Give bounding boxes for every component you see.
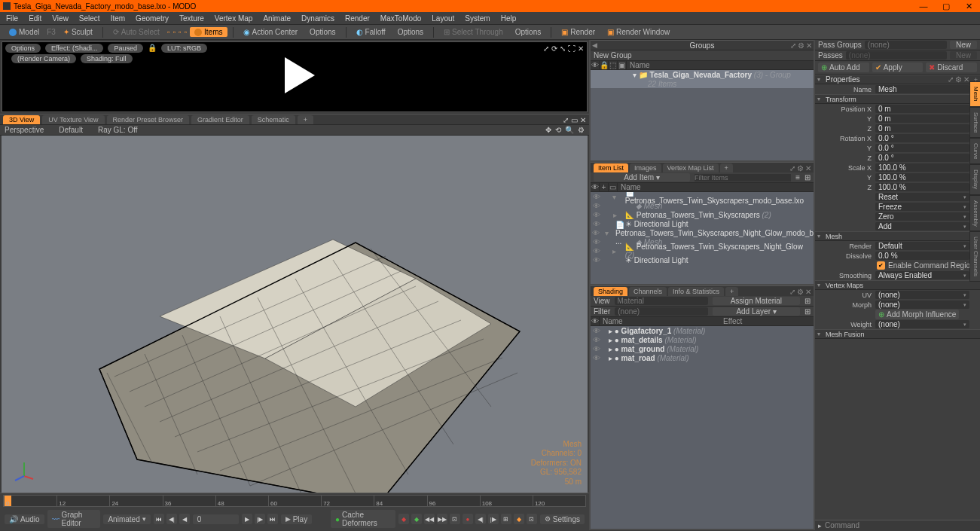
il-color-col-icon[interactable]: ▭ xyxy=(609,183,618,191)
shading-filter-dd[interactable]: (none) xyxy=(615,307,708,316)
side-tab-display[interactable]: Display xyxy=(969,164,980,194)
properties-section[interactable]: Properties ⤢⚙✕ xyxy=(815,75,980,84)
vp-rotate-icon[interactable]: ⟲ xyxy=(555,126,561,134)
transform-section[interactable]: Transform xyxy=(815,94,980,104)
tool-options-3[interactable]: Options xyxy=(511,27,545,37)
tool-options-1[interactable]: Options xyxy=(305,27,340,37)
passes-dd[interactable]: (none) xyxy=(846,51,947,60)
component-edges-icon[interactable]: ▫ xyxy=(172,28,176,36)
tl-last-icon[interactable]: ⏭ xyxy=(267,514,278,524)
tab-schematic[interactable]: Schematic xyxy=(252,115,295,124)
groups-list[interactable]: ▾ 📁 Tesla_Giga_Nevada_Factory (3) - Grou… xyxy=(591,70,814,160)
name-field[interactable]: Mesh xyxy=(875,85,969,93)
tl-graph[interactable]: 〰Graph Editor xyxy=(47,510,101,528)
il-add-col-icon[interactable]: + xyxy=(600,183,609,191)
tool-render-window[interactable]: ▣Render Window xyxy=(603,27,674,37)
tab-add-itemlist[interactable]: + xyxy=(720,163,733,172)
vmaps-section[interactable]: Vertex Maps xyxy=(815,280,980,290)
item-list[interactable]: 👁▾📄 Petronas_Towers_Twin_Skyscrapers_mod… xyxy=(591,192,814,284)
minimize-button[interactable]: — xyxy=(912,0,935,12)
uv-dd[interactable]: (none) xyxy=(875,291,969,299)
preview-play-icon[interactable] xyxy=(285,57,315,93)
tl-misc1-icon[interactable]: ◀◀ xyxy=(424,514,435,524)
menu-system[interactable]: System xyxy=(465,14,490,23)
tl-first-icon[interactable]: ⏮ xyxy=(154,514,164,524)
vp-gear-icon[interactable]: ⚙ xyxy=(578,126,585,134)
viewport-close-icon[interactable]: ✕ xyxy=(580,116,586,124)
position-x-field[interactable]: 0 m xyxy=(875,105,969,113)
menu-dynamics[interactable]: Dynamics xyxy=(301,14,334,23)
tool-falloff[interactable]: ◐Falloff xyxy=(352,27,390,37)
groups-close-icon[interactable]: ✕ xyxy=(806,41,812,50)
timeline-ruler[interactable]: 012 2436 4860 7284 96108 120 xyxy=(3,495,586,507)
tl-cache[interactable]: ●Cache Deformers xyxy=(331,510,395,528)
menu-vertexmap[interactable]: Vertex Map xyxy=(215,14,253,23)
tl-settings[interactable]: ⚙ Settings xyxy=(540,514,585,524)
tab-add-shading[interactable]: + xyxy=(725,287,738,296)
groups-vis-col-icon[interactable]: 👁 xyxy=(591,61,600,69)
tool-select-through[interactable]: ⊞Select Through xyxy=(439,27,508,37)
weight-dd[interactable]: (none) xyxy=(875,320,969,328)
preview-expand-icon[interactable]: ⤡ xyxy=(560,44,566,53)
il-vis-col-icon[interactable]: 👁 xyxy=(591,183,600,191)
tl-key-r-icon[interactable]: ◆ xyxy=(398,514,409,524)
tab-info-stats[interactable]: Info & Statistics xyxy=(668,287,724,296)
tl-misc4-icon[interactable]: ◀| xyxy=(475,514,486,524)
command-bar[interactable]: ▸ Command xyxy=(815,520,980,530)
mesh-section[interactable]: Mesh xyxy=(815,231,980,241)
shading-row[interactable]: 👁▸ ● mat_ground (Material) xyxy=(591,344,814,353)
render-dd[interactable]: Default xyxy=(875,242,969,250)
apply-btn[interactable]: ✔Apply xyxy=(872,63,924,72)
add-item-dropdown[interactable]: Add Item ▾ xyxy=(594,173,690,182)
preview-close-icon[interactable]: ✕ xyxy=(578,44,584,53)
item-list-row[interactable]: 👁▾📄 Petronas_Towers_Twin_Skyscrapers_Nig… xyxy=(591,228,814,237)
viewport-detach-icon[interactable]: ⤢ xyxy=(563,116,569,124)
tool-auto-select[interactable]: ⟳Auto Select xyxy=(108,27,164,37)
menu-item[interactable]: Item xyxy=(111,14,125,23)
scale-z-field[interactable]: 100.0 % xyxy=(875,183,969,191)
add-xform-dd[interactable]: Add xyxy=(875,222,969,230)
tab-3d-view[interactable]: 3D View xyxy=(3,115,40,124)
tab-images[interactable]: Images xyxy=(630,163,661,172)
mesh-fusion-section[interactable]: Mesh Fusion xyxy=(815,329,980,339)
tl-key-g-icon[interactable]: ◆ xyxy=(411,514,422,524)
maximize-button[interactable]: ▢ xyxy=(935,0,957,12)
item-list-row[interactable]: 👁▸📐 Petronas_Towers_Twin_Skyscrapers_Nig… xyxy=(591,246,814,255)
menu-geometry[interactable]: Geometry xyxy=(136,14,169,23)
vp-zoom-icon[interactable]: 🔍 xyxy=(565,126,574,134)
item-list-row[interactable]: 👁▸📐 Petronas_Towers_Twin_Skyscrapers (2) xyxy=(591,210,814,219)
shading-list[interactable]: 👁▸ ● Gigafactory_1 (Material)👁▸ ● mat_de… xyxy=(591,326,814,529)
sh-vis-col-icon[interactable]: 👁 xyxy=(591,317,600,325)
groups-lock-col-icon[interactable]: 🔒 xyxy=(600,61,609,69)
tab-uv-view[interactable]: UV Texture View xyxy=(42,115,104,124)
shading-row[interactable]: 👁▸ ● Gigafactory_1 (Material) xyxy=(591,326,814,335)
preview-refresh-icon[interactable]: ⟳ xyxy=(551,44,557,53)
tab-add[interactable]: + xyxy=(298,115,313,124)
pass-new-btn[interactable]: New xyxy=(950,41,977,49)
preview-fullscreen-icon[interactable]: ⛶ xyxy=(568,44,575,53)
filter-items-input[interactable] xyxy=(695,174,791,182)
shading-icon2[interactable]: ⊞ xyxy=(804,307,811,316)
morph-dd[interactable]: (none) xyxy=(875,301,969,309)
menu-view[interactable]: View xyxy=(52,14,69,23)
new-group-dropdown[interactable]: New Group xyxy=(594,51,811,60)
reset-dd[interactable]: Reset xyxy=(875,193,969,201)
tl-next-key-icon[interactable]: |▶ xyxy=(255,514,265,524)
dissolve-field[interactable]: 0.0 % xyxy=(875,252,969,260)
smoothing-dd[interactable]: Always Enabled xyxy=(875,271,969,279)
tab-render-preset[interactable]: Render Preset Browser xyxy=(107,115,190,124)
menu-render[interactable]: Render xyxy=(345,14,370,23)
position-z-field[interactable]: 0 m xyxy=(875,124,969,133)
group-item[interactable]: ▾ 📁 Tesla_Giga_Nevada_Factory (3) - Grou… xyxy=(591,70,814,79)
tl-rec-icon[interactable]: ● xyxy=(463,514,473,524)
discard-btn[interactable]: ✖Discard xyxy=(926,63,977,72)
shading-view-dd[interactable]: Material xyxy=(615,297,708,305)
preview-options[interactable]: Options xyxy=(5,44,41,53)
item-list-row[interactable]: 👁▾📄 Petronas_Towers_Twin_Skyscrapers_mod… xyxy=(591,192,814,201)
menu-maxtomodo[interactable]: MaxToModo xyxy=(380,14,421,23)
groups-act-col-icon[interactable]: ▣ xyxy=(618,61,627,69)
freeze-dd[interactable]: Freeze xyxy=(875,203,969,211)
axis-gizmo[interactable] xyxy=(12,458,36,482)
rotation-z-field[interactable]: 0.0 ° xyxy=(875,154,969,162)
side-tab-mesh[interactable]: Mesh xyxy=(969,81,980,107)
